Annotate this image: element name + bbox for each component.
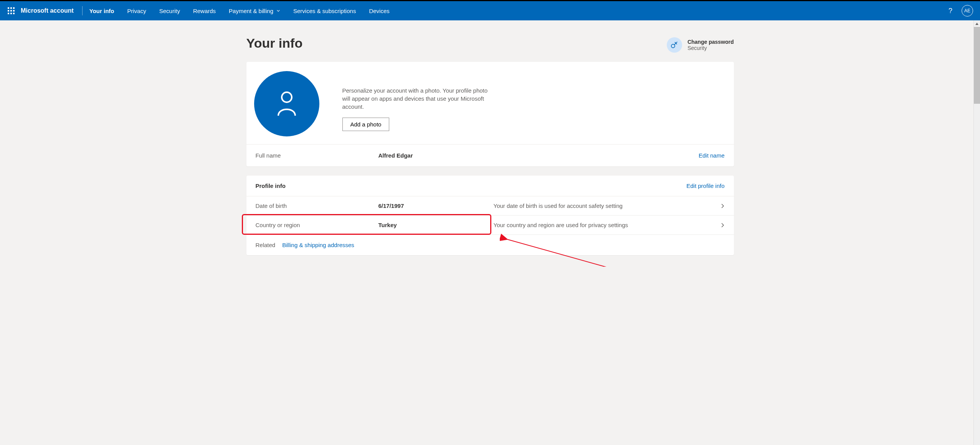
svg-point-0 xyxy=(671,44,675,48)
brand-link[interactable]: Microsoft account xyxy=(21,7,80,14)
change-password-link[interactable]: Change password Security xyxy=(667,37,734,53)
nav-services-subscriptions[interactable]: Services & subscriptions xyxy=(293,8,356,14)
help-icon[interactable]: ? xyxy=(949,7,952,15)
date-of-birth-row[interactable]: Date of birth 6/17/1997 Your date of bir… xyxy=(246,196,734,215)
country-label: Country or region xyxy=(256,222,378,228)
avatar[interactable]: AE xyxy=(962,5,973,17)
profile-info-card: Profile info Edit profile info Date of b… xyxy=(246,176,734,255)
change-password-title: Change password xyxy=(687,39,734,45)
photo-card: Personalize your account with a photo. Y… xyxy=(246,62,734,166)
dob-label: Date of birth xyxy=(256,203,378,209)
country-value: Turkey xyxy=(378,222,494,228)
dob-desc: Your date of birth is used for account s… xyxy=(494,203,714,209)
chevron-down-icon xyxy=(276,9,280,13)
dob-value: 6/17/1997 xyxy=(378,203,494,209)
related-label: Related xyxy=(256,242,276,248)
page-content: Your info Change password Security xyxy=(246,20,734,267)
page-title: Your info xyxy=(246,36,303,51)
divider xyxy=(82,6,83,15)
change-password-sub: Security xyxy=(687,45,734,51)
header: Microsoft account Your info Privacy Secu… xyxy=(0,1,980,20)
person-icon xyxy=(275,90,298,117)
key-icon xyxy=(667,37,682,53)
app-launcher-icon[interactable] xyxy=(8,7,15,14)
profile-info-title: Profile info xyxy=(256,183,286,189)
add-photo-button[interactable]: Add a photo xyxy=(342,118,390,131)
edit-name-link[interactable]: Edit name xyxy=(699,152,725,159)
scrollbar[interactable] xyxy=(973,20,980,267)
profile-avatar xyxy=(254,71,319,136)
scroll-up-button[interactable] xyxy=(974,20,980,27)
nav-rewards[interactable]: Rewards xyxy=(193,8,216,14)
nav-your-info[interactable]: Your info xyxy=(89,8,114,14)
chevron-right-icon xyxy=(720,203,725,209)
main-nav: Your info Privacy Security Rewards Payme… xyxy=(89,8,390,14)
country-desc: Your country and region are used for pri… xyxy=(494,222,714,228)
svg-point-1 xyxy=(282,92,292,102)
full-name-value: Alfred Edgar xyxy=(378,152,413,159)
full-name-label: Full name xyxy=(256,152,378,159)
nav-security[interactable]: Security xyxy=(159,8,180,14)
billing-addresses-link[interactable]: Billing & shipping addresses xyxy=(282,242,354,248)
country-region-row[interactable]: Country or region Turkey Your country an… xyxy=(246,215,734,234)
related-row: Related Billing & shipping addresses xyxy=(246,234,734,255)
photo-description: Personalize your account with a photo. Y… xyxy=(342,86,492,111)
scrollbar-thumb[interactable] xyxy=(974,27,980,104)
nav-devices[interactable]: Devices xyxy=(369,8,389,14)
full-name-row: Full name Alfred Edgar Edit name xyxy=(246,144,734,166)
edit-profile-info-link[interactable]: Edit profile info xyxy=(686,183,724,189)
nav-payment-billing[interactable]: Payment & billing xyxy=(229,8,280,14)
chevron-right-icon xyxy=(720,222,725,228)
nav-privacy[interactable]: Privacy xyxy=(127,8,146,14)
